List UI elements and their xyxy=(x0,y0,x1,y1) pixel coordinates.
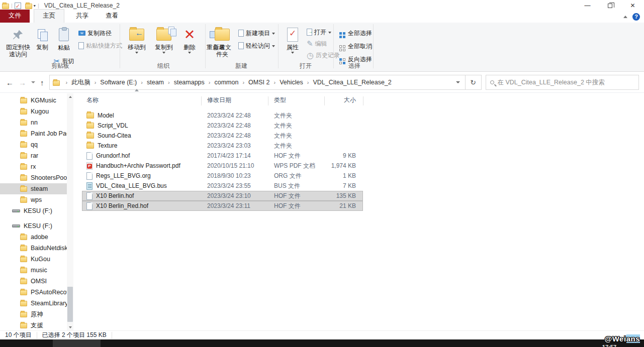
column-header-date[interactable]: 修改日期 xyxy=(201,96,268,104)
open-button[interactable]: → 打开 xyxy=(307,27,340,38)
sidebar-item-yuanshen[interactable]: 原神 xyxy=(0,309,67,320)
sidebar-item-kugou2[interactable]: KuGou xyxy=(0,254,67,265)
file-row-regs-org[interactable]: Regs_LLE_BVG.org 2018/9/30 10:23 ORG 文件 … xyxy=(82,171,363,181)
folder-icon xyxy=(20,279,27,284)
folder-icon xyxy=(20,98,27,103)
column-header-name[interactable]: 名称 xyxy=(82,96,201,104)
move-to-button[interactable]: ← 移动到 xyxy=(125,26,149,54)
sidebar-item-adobe[interactable]: adobe xyxy=(0,232,67,243)
copy-button[interactable]: 复制 xyxy=(32,26,52,51)
copy-to-button[interactable]: 复制到 xyxy=(152,26,176,54)
breadcrumb-vehicles[interactable]: Vehicles xyxy=(279,79,304,86)
new-group-label: 新建 xyxy=(216,62,266,70)
sidebar-item-nn[interactable]: nn xyxy=(0,117,67,128)
refresh-button[interactable]: ↻ xyxy=(466,75,482,90)
sidebar-item-baidunetdisk[interactable]: BaiduNetdiskD xyxy=(0,243,67,254)
file-row-script-vdl[interactable]: Script_VDL 2023/3/24 22:48 文件夹 xyxy=(82,121,363,131)
paste-button[interactable]: 粘贴 ✂ 剪切 xyxy=(52,26,75,67)
app-folder-icon xyxy=(2,4,9,9)
sidebar-item-kesu-f-root[interactable]: KESU (F:) xyxy=(0,220,67,232)
file-row-vdl-citea-bus[interactable]: VDL_Citea_LLE_BVG.bus 2023/3/24 23:55 BU… xyxy=(82,181,363,191)
tab-file[interactable]: 文件 xyxy=(0,10,30,23)
column-header-size[interactable]: 大小 xyxy=(324,96,363,104)
file-row-grundorf-hof[interactable]: Grundorf.hof 2017/4/23 17:14 HOF 文件 9 KB xyxy=(82,151,363,161)
sidebar-item-rx[interactable]: rx xyxy=(0,161,67,172)
search-input[interactable]: 在 VDL_Citea_LLE_Release_2 中搜索 xyxy=(486,75,639,90)
edit-button[interactable]: ✎ 编辑 xyxy=(307,38,340,49)
select-all-button[interactable]: 全部选择 xyxy=(339,28,372,39)
scroll-down-icon[interactable] xyxy=(67,324,73,330)
properties-button[interactable]: ✓ 属性 xyxy=(283,26,303,54)
sidebar-item-kgmusic[interactable]: KGMusic xyxy=(0,95,67,106)
select-none-button[interactable]: 全部取消 xyxy=(339,41,372,52)
sidebar-item-qq[interactable]: qq xyxy=(0,139,67,150)
up-button[interactable]: ↑ xyxy=(40,78,44,87)
file-row-handbuch-pdf[interactable]: Handbuch+Archiv Passwort.pdf 2020/10/15 … xyxy=(82,161,363,171)
sidebar-item-paint-job[interactable]: Paint Job Pac xyxy=(0,128,67,139)
breadcrumb-drive-e[interactable]: Software (E:) xyxy=(99,79,138,86)
file-list: 名称 修改日期 类型 大小 Model 2023/3/24 22:48 文件夹 xyxy=(82,93,644,330)
folder-icon xyxy=(20,131,27,137)
sidebar-scrollbar[interactable] xyxy=(67,93,73,330)
sidebar-item-steam[interactable]: steam xyxy=(0,183,67,194)
sidebar-item-shooterspool[interactable]: ShootersPool xyxy=(0,172,67,183)
recent-locations-caret-icon[interactable] xyxy=(31,81,35,83)
ribbon-divider xyxy=(120,24,120,68)
qat-new-folder-icon[interactable] xyxy=(25,4,32,9)
refresh-icon: ↻ xyxy=(470,78,476,86)
tab-view[interactable]: 查看 xyxy=(97,10,127,23)
file-row-model[interactable]: Model 2023/3/24 22:48 文件夹 xyxy=(82,110,363,121)
tab-share[interactable]: 共享 xyxy=(67,10,97,23)
breadcrumb-current-folder[interactable]: VDL_Citea_LLE_Release_2 xyxy=(312,79,392,86)
paste-shortcut-button[interactable]: 粘贴快捷方式 xyxy=(78,40,122,51)
sidebar-item-wps[interactable]: wps xyxy=(0,194,67,205)
sidebar-item-music[interactable]: music xyxy=(0,265,67,276)
breadcrumb-common[interactable]: common xyxy=(214,79,240,86)
easy-access-button[interactable]: 轻松访问 xyxy=(238,40,275,51)
breadcrumb-omsi2[interactable]: OMSI 2 xyxy=(247,79,270,86)
address-dropdown-caret-icon[interactable] xyxy=(456,81,460,83)
breadcrumb-this-pc[interactable]: 此电脑 xyxy=(70,78,91,87)
new-folder-button[interactable]: 新建文件夹 xyxy=(210,26,234,58)
sidebar-item-steamlibrary[interactable]: SteamLibrary xyxy=(0,298,67,309)
help-icon[interactable]: ? xyxy=(632,13,640,21)
qat-customize-caret-icon[interactable]: ▾ xyxy=(34,4,36,8)
sidebar-item-rar[interactable]: rar xyxy=(0,150,67,161)
pin-to-quick-access-button[interactable]: 固定到快速访问 xyxy=(4,26,32,58)
folder-icon xyxy=(20,164,27,170)
folder-icon xyxy=(86,123,94,129)
restore-button[interactable] xyxy=(599,0,621,11)
collapse-ribbon-icon[interactable] xyxy=(623,16,627,18)
sidebar-item-omsi[interactable]: OMSI xyxy=(0,276,67,287)
forward-button[interactable]: → xyxy=(19,78,26,87)
minimize-button[interactable]: — xyxy=(576,0,599,11)
breadcrumb-steam[interactable]: steam xyxy=(146,79,165,86)
sidebar-item-kesu-f[interactable]: KESU (F:) xyxy=(0,205,67,216)
qat-properties-icon[interactable]: ✓ xyxy=(15,3,21,9)
copy-path-button[interactable]: w 复制路径 xyxy=(78,28,122,39)
scrollbar-thumb[interactable] xyxy=(67,287,73,322)
status-bar: 10 个项目 已选择 2 个项目 155 KB xyxy=(0,330,644,339)
back-button[interactable]: ← xyxy=(6,78,14,87)
file-row-x10-berlin-red-hof[interactable]: X10 Berlin_Red.hof 2023/3/24 23:11 HOF 文… xyxy=(82,201,363,211)
copy-path-icon: w xyxy=(78,31,85,36)
file-row-texture[interactable]: Texture 2023/3/24 23:03 文件夹 xyxy=(82,141,363,151)
tab-home[interactable]: 主页 xyxy=(34,9,64,23)
close-button[interactable]: ✕ xyxy=(621,0,644,11)
file-row-x10-berlin-hof[interactable]: X10 Berlin.hof 2023/3/24 23:10 HOF 文件 13… xyxy=(82,191,363,201)
sidebar-item-zhiyuan[interactable]: 支援 xyxy=(0,320,67,330)
column-header-type[interactable]: 类型 xyxy=(268,96,324,104)
sidebar-item-kugou[interactable]: Kugou xyxy=(0,106,67,117)
explorer-window: | ✓ ▾ | VDL_Citea_LLE_Release_2 — ✕ 文件 主… xyxy=(0,0,644,347)
scroll-up-icon[interactable] xyxy=(67,93,73,100)
file-row-sound-citea[interactable]: Sound-Citea 2023/3/24 22:48 文件夹 xyxy=(82,131,363,141)
address-bar[interactable]: › 此电脑 › Software (E:) › steam › steamapp… xyxy=(49,75,466,90)
navigation-pane: KGMusic Kugou nn Paint Job Pac qq rar rx… xyxy=(0,93,74,330)
delete-button[interactable]: ✕ 删除 xyxy=(179,26,200,54)
breadcrumb-steamapps[interactable]: steamapps xyxy=(173,79,206,86)
paste-icon xyxy=(59,28,69,41)
search-icon xyxy=(490,80,494,84)
new-item-button[interactable]: 新建项目 xyxy=(238,28,275,39)
history-button[interactable]: ◷ 历史记录 xyxy=(307,50,340,61)
sidebar-item-psautorecover[interactable]: PSAutoRecover xyxy=(0,287,67,298)
